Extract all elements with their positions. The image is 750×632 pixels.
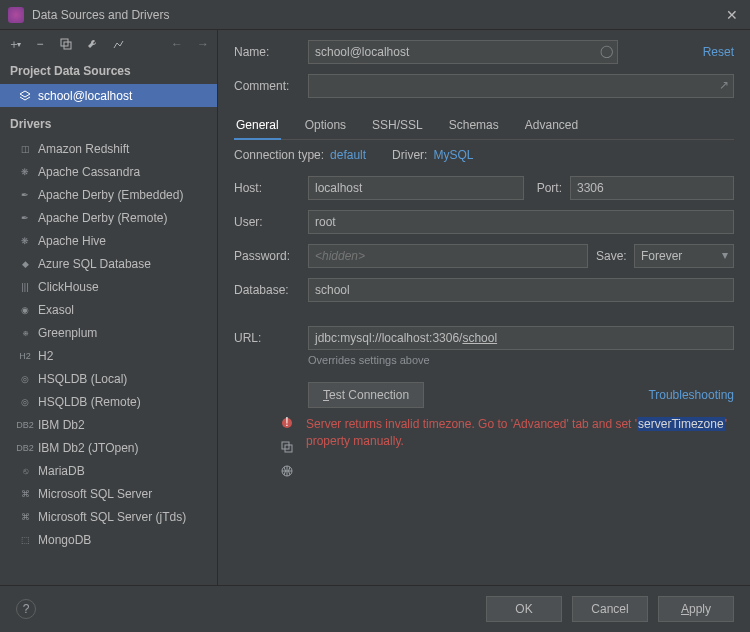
driver-icon: ||| bbox=[18, 282, 32, 292]
driver-label: Amazon Redshift bbox=[38, 142, 129, 156]
error-message: Server returns invalid timezone. Go to '… bbox=[306, 416, 734, 478]
save-label: Save: bbox=[596, 249, 626, 263]
tab-general[interactable]: General bbox=[234, 112, 281, 140]
sidebar: ＋▾ − ← → Project Data Sources school@loc… bbox=[0, 30, 218, 585]
apply-button[interactable]: Apply bbox=[658, 596, 734, 622]
close-icon[interactable]: ✕ bbox=[722, 7, 742, 23]
driver-item[interactable]: ◉Exasol bbox=[0, 298, 217, 321]
driver-icon: ⌘ bbox=[18, 512, 32, 522]
troubleshooting-link[interactable]: Troubleshooting bbox=[648, 388, 734, 402]
test-connection-button[interactable]: TTest Connectionest Connection bbox=[308, 382, 424, 408]
datasource-icon bbox=[18, 90, 32, 102]
driver-item[interactable]: ◫Amazon Redshift bbox=[0, 137, 217, 160]
save-select[interactable]: Forever bbox=[634, 244, 734, 268]
password-label: Password: bbox=[234, 249, 300, 263]
user-input[interactable] bbox=[308, 210, 734, 234]
database-input[interactable] bbox=[308, 278, 734, 302]
password-input[interactable] bbox=[308, 244, 588, 268]
driver-label: Apache Derby (Embedded) bbox=[38, 188, 183, 202]
drivers-header: Drivers bbox=[0, 107, 217, 137]
remove-icon[interactable]: − bbox=[32, 36, 48, 52]
driver-item[interactable]: ❋Apache Cassandra bbox=[0, 160, 217, 183]
comment-input[interactable]: ↗ bbox=[308, 74, 734, 98]
ok-button[interactable]: OK bbox=[486, 596, 562, 622]
driver-icon: H2 bbox=[18, 351, 32, 361]
forward-icon[interactable]: → bbox=[195, 36, 211, 52]
driver-item[interactable]: ◎HSQLDB (Local) bbox=[0, 367, 217, 390]
driver-icon: ⌘ bbox=[18, 489, 32, 499]
driver-icon: ◫ bbox=[18, 144, 32, 154]
expand-icon[interactable]: ↗ bbox=[719, 78, 729, 92]
url-label: URL: bbox=[234, 331, 300, 345]
data-source-item[interactable]: school@localhost bbox=[0, 84, 217, 107]
driver-item[interactable]: ◆Azure SQL Database bbox=[0, 252, 217, 275]
driver-item[interactable]: ✒Apache Derby (Remote) bbox=[0, 206, 217, 229]
name-input[interactable]: school@localhost ◯ bbox=[308, 40, 618, 64]
conn-type-label: Connection type: bbox=[234, 148, 324, 162]
driver-item[interactable]: ◎HSQLDB (Remote) bbox=[0, 390, 217, 413]
globe-icon[interactable] bbox=[280, 464, 294, 478]
tab-options[interactable]: Options bbox=[303, 112, 348, 139]
driver-label: MariaDB bbox=[38, 464, 85, 478]
driver-label: HSQLDB (Remote) bbox=[38, 395, 141, 409]
reset-link[interactable]: Reset bbox=[703, 45, 734, 59]
driver-item[interactable]: DB2IBM Db2 (JTOpen) bbox=[0, 436, 217, 459]
driver-icon: ✒ bbox=[18, 190, 32, 200]
driver-label: Apache Derby (Remote) bbox=[38, 211, 167, 225]
cancel-button[interactable]: Cancel bbox=[572, 596, 648, 622]
copy-error-icon[interactable] bbox=[280, 440, 294, 454]
svg-text:!: ! bbox=[285, 417, 288, 429]
driver-label: Apache Cassandra bbox=[38, 165, 140, 179]
revert-icon[interactable] bbox=[110, 36, 126, 52]
tab-schemas[interactable]: Schemas bbox=[447, 112, 501, 139]
driver-icon: ⎈ bbox=[18, 328, 32, 338]
content-panel: Name: school@localhost ◯ Reset Comment: … bbox=[218, 30, 750, 585]
driver-label: IBM Db2 (JTOpen) bbox=[38, 441, 138, 455]
error-icon: ! bbox=[280, 416, 294, 430]
driver-icon: ⎋ bbox=[18, 466, 32, 476]
add-icon[interactable]: ＋▾ bbox=[6, 36, 22, 52]
driver-icon: DB2 bbox=[18, 420, 32, 430]
window-title: Data Sources and Drivers bbox=[32, 8, 722, 22]
app-icon bbox=[8, 7, 24, 23]
port-input[interactable] bbox=[570, 176, 734, 200]
host-input[interactable] bbox=[308, 176, 524, 200]
driver-label: ClickHouse bbox=[38, 280, 99, 294]
driver-icon: ◆ bbox=[18, 259, 32, 269]
driver-item[interactable]: ❋Apache Hive bbox=[0, 229, 217, 252]
driver-item[interactable]: ⎋MariaDB bbox=[0, 459, 217, 482]
driver-label: Azure SQL Database bbox=[38, 257, 151, 271]
driver-label: MongoDB bbox=[38, 533, 91, 547]
driver-item[interactable]: ⌘Microsoft SQL Server (jTds) bbox=[0, 505, 217, 528]
driver-label: H2 bbox=[38, 349, 53, 363]
sources-tree: school@localhost Drivers ◫Amazon Redshif… bbox=[0, 84, 217, 585]
driver-icon: ⬚ bbox=[18, 535, 32, 545]
project-sources-header: Project Data Sources bbox=[0, 58, 217, 84]
tab-advanced[interactable]: Advanced bbox=[523, 112, 580, 139]
driver-item[interactable]: H2H2 bbox=[0, 344, 217, 367]
driver-item[interactable]: ⌘Microsoft SQL Server bbox=[0, 482, 217, 505]
tab-sshssl[interactable]: SSH/SSL bbox=[370, 112, 425, 139]
driver-item[interactable]: |||ClickHouse bbox=[0, 275, 217, 298]
driver-icon: ✒ bbox=[18, 213, 32, 223]
back-icon[interactable]: ← bbox=[169, 36, 185, 52]
driver-label: Exasol bbox=[38, 303, 74, 317]
comment-label: Comment: bbox=[234, 79, 300, 93]
url-input[interactable]: jdbc:mysql://localhost:3306/school bbox=[308, 326, 734, 350]
driver-item[interactable]: DB2IBM Db2 bbox=[0, 413, 217, 436]
driver-label: HSQLDB (Local) bbox=[38, 372, 127, 386]
driver-label: Microsoft SQL Server bbox=[38, 487, 152, 501]
driver-icon: ◎ bbox=[18, 374, 32, 384]
port-label: Port: bbox=[532, 181, 562, 195]
driver-item[interactable]: ⎈Greenplum bbox=[0, 321, 217, 344]
driver-item[interactable]: ✒Apache Derby (Embedded) bbox=[0, 183, 217, 206]
copy-icon[interactable] bbox=[58, 36, 74, 52]
help-icon[interactable]: ? bbox=[16, 599, 36, 619]
driver-value[interactable]: MySQL bbox=[433, 148, 473, 162]
sidebar-toolbar: ＋▾ − ← → bbox=[0, 30, 217, 58]
wrench-icon[interactable] bbox=[84, 36, 100, 52]
host-label: Host: bbox=[234, 181, 300, 195]
clear-icon[interactable]: ◯ bbox=[600, 44, 613, 58]
conn-type-value[interactable]: default bbox=[330, 148, 366, 162]
driver-item[interactable]: ⬚MongoDB bbox=[0, 528, 217, 551]
